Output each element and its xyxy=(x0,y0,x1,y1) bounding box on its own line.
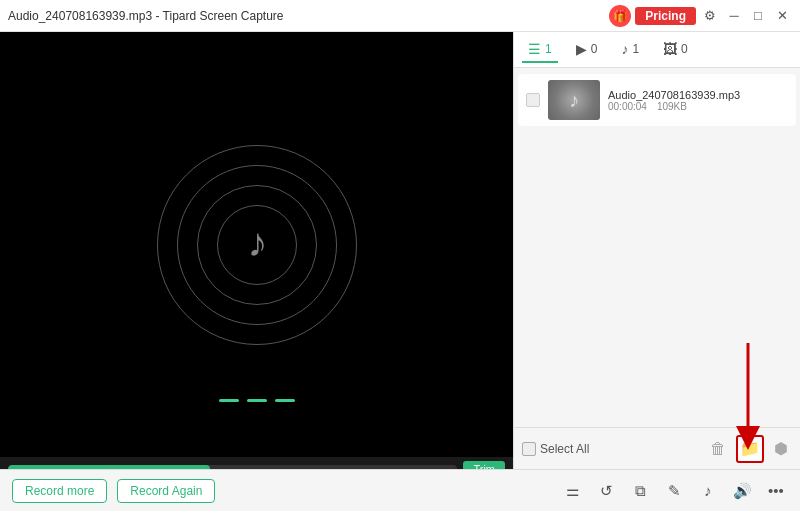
tab-video[interactable]: ▶ 0 xyxy=(570,37,604,63)
dash-1 xyxy=(219,399,239,402)
image-tab-icon: 🖼 xyxy=(663,41,677,57)
file-size: 109KB xyxy=(657,101,687,112)
audio-count: 1 xyxy=(632,42,639,56)
video-area: ♪ xyxy=(0,32,513,457)
volume-tool-icon[interactable]: 🔊 xyxy=(726,475,758,507)
right-panel: ☰ 1 ▶ 0 ♪ 1 🖼 0 ♪ Au xyxy=(513,32,800,511)
file-thumbnail: ♪ xyxy=(548,80,600,120)
bottom-left-bar: Record more Record Again xyxy=(0,469,565,511)
maximize-button[interactable]: □ xyxy=(748,6,768,26)
tabs-row: ☰ 1 ▶ 0 ♪ 1 🖼 0 xyxy=(514,32,800,68)
edit-tool-icon[interactable]: ✎ xyxy=(658,475,690,507)
pricing-button[interactable]: Pricing xyxy=(635,7,696,25)
music-visual: ♪ xyxy=(157,145,357,345)
title-bar-left: Audio_240708163939.mp3 - Tipard Screen C… xyxy=(8,9,284,23)
main-layout: ♪ Trim ▶ 00:00:00/ 00:00:04 1.0x xyxy=(0,32,800,511)
list-icon: ☰ xyxy=(528,41,541,57)
select-all-area: Select All xyxy=(522,442,589,456)
more-tool-icon[interactable]: ••• xyxy=(760,475,792,507)
music-note-icon: ♪ xyxy=(248,220,268,265)
audio-dashes xyxy=(219,399,295,402)
file-meta: 00:00:04 109KB xyxy=(608,101,788,112)
convert-icon[interactable]: ⬢ xyxy=(770,435,792,462)
tab-list[interactable]: ☰ 1 xyxy=(522,37,558,63)
folder-icon[interactable]: 📁 xyxy=(736,435,764,463)
tab-audio[interactable]: ♪ 1 xyxy=(615,37,645,63)
title-bar: Audio_240708163939.mp3 - Tipard Screen C… xyxy=(0,0,800,32)
select-all-label: Select All xyxy=(540,442,589,456)
app-title: Audio_240708163939.mp3 - Tipard Screen C… xyxy=(8,9,284,23)
rotate-tool-icon[interactable]: ↺ xyxy=(590,475,622,507)
minimize-button[interactable]: ─ xyxy=(724,6,744,26)
gift-icon[interactable]: 🎁 xyxy=(609,5,631,27)
record-more-button[interactable]: Record more xyxy=(12,479,107,503)
audio-tool-icon[interactable]: ♪ xyxy=(692,475,724,507)
settings-icon[interactable]: ⚙ xyxy=(700,6,720,26)
left-panel: ♪ Trim ▶ 00:00:00/ 00:00:04 1.0x xyxy=(0,32,513,511)
list-item[interactable]: ♪ Audio_240708163939.mp3 00:00:04 109KB xyxy=(518,74,796,126)
video-tab-icon: ▶ xyxy=(576,41,587,57)
audio-tab-icon: ♪ xyxy=(621,41,628,57)
tab-image[interactable]: 🖼 0 xyxy=(657,37,694,63)
file-info: Audio_240708163939.mp3 00:00:04 109KB xyxy=(608,89,788,112)
dash-3 xyxy=(275,399,295,402)
select-all-checkbox[interactable] xyxy=(522,442,536,456)
right-bottom-toolbar: Select All 🗑 📁 ⬢ xyxy=(514,427,800,469)
list-count: 1 xyxy=(545,42,552,56)
image-count: 0 xyxy=(681,42,688,56)
file-name: Audio_240708163939.mp3 xyxy=(608,89,788,101)
title-bar-right: 🎁 Pricing ⚙ ─ □ ✕ xyxy=(609,5,792,27)
close-button[interactable]: ✕ xyxy=(772,6,792,26)
video-count: 0 xyxy=(591,42,598,56)
file-duration: 00:00:04 xyxy=(608,101,647,112)
delete-icon[interactable]: 🗑 xyxy=(706,436,730,462)
file-list: ♪ Audio_240708163939.mp3 00:00:04 109KB xyxy=(514,68,800,427)
thumb-inner: ♪ xyxy=(548,80,600,120)
file-checkbox[interactable] xyxy=(526,93,540,107)
dash-2 xyxy=(247,399,267,402)
record-again-button[interactable]: Record Again xyxy=(117,479,215,503)
copy-tool-icon[interactable]: ⧉ xyxy=(624,475,656,507)
